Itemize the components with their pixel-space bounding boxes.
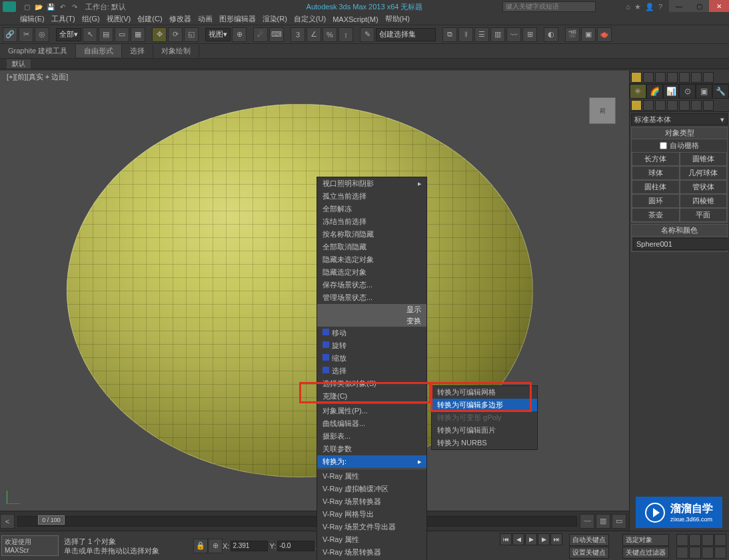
time-slider-handle[interactable]: 0 / 100 <box>38 515 65 525</box>
cm-vray-scene-exporter[interactable]: V-Ray 场景文件导出器 <box>317 521 426 533</box>
viewcube[interactable]: 前 <box>589 97 616 124</box>
cm-hide-unselected[interactable]: 隐藏未选定对象 <box>317 253 426 266</box>
pivot-center-icon[interactable]: ⊕ <box>232 27 247 42</box>
coord-x-input[interactable] <box>231 541 268 551</box>
object-name-input[interactable] <box>633 238 729 250</box>
cm-vray-properties2[interactable]: V-Ray 属性 <box>317 533 426 546</box>
viewport-label[interactable]: [+][前][真实 + 边面] <box>7 72 68 82</box>
sm-editable-mesh[interactable]: 转换为可编辑网格 <box>432 386 537 399</box>
vp-icon-7[interactable] <box>703 72 714 83</box>
setkey-button[interactable]: 设置关键点 <box>569 547 609 559</box>
graphite-toggle-icon[interactable]: ▥ <box>490 27 505 42</box>
timeline-curve-icon[interactable]: 〰 <box>580 514 594 529</box>
zoom-extents-icon[interactable] <box>676 547 688 559</box>
menu-animation[interactable]: 动画 <box>198 14 213 24</box>
lock-selection-icon[interactable]: 🔒 <box>193 539 208 553</box>
space-warps-cat-icon[interactable] <box>691 100 702 111</box>
sm-nurbs[interactable]: 转换为 NURBS <box>432 437 537 449</box>
play-icon[interactable]: ▶ <box>525 533 537 545</box>
geometry-subcategory-dropdown[interactable]: 标准基本体▾ <box>631 113 728 125</box>
app-logo-icon[interactable] <box>3 1 16 12</box>
sm-editable-poly[interactable]: 转换为可编辑多边形 <box>432 399 537 411</box>
star-icon[interactable]: ★ <box>634 3 641 11</box>
cm-unfreeze-all[interactable]: 全部解冻 <box>317 203 426 215</box>
layer-manager-icon[interactable]: ☰ <box>474 27 489 42</box>
default-tab[interactable]: 默认 <box>7 59 31 69</box>
cm-curve-editor[interactable]: 曲线编辑器... <box>317 417 426 430</box>
select-move-icon[interactable]: ✥ <box>152 27 167 42</box>
select-by-name-icon[interactable]: ▤ <box>99 27 113 42</box>
prev-frame-icon[interactable]: ◀ <box>512 533 524 545</box>
window-crossing-icon[interactable]: ▦ <box>131 27 145 42</box>
close-button[interactable]: ✕ <box>709 0 729 12</box>
create-tab-icon[interactable]: ✳ <box>630 84 646 99</box>
cm-dope-sheet[interactable]: 摄影表... <box>317 430 426 443</box>
display-tab-icon[interactable]: ▣ <box>696 84 712 99</box>
cm-vray-mesh-export[interactable]: V-Ray 网格导出 <box>317 508 426 521</box>
tube-button[interactable]: 管状体 <box>680 180 728 194</box>
pan-icon[interactable] <box>676 534 688 546</box>
spinner-snap-icon[interactable]: ↕ <box>339 27 353 42</box>
object-type-title[interactable]: 对象类型 <box>632 127 727 139</box>
vp-icon-5[interactable] <box>679 72 690 83</box>
cm-unhide-all[interactable]: 全部取消隐藏 <box>317 241 426 253</box>
cm-object-properties[interactable]: 对象属性(P)... <box>317 405 426 417</box>
menu-tools[interactable]: 工具(T) <box>51 14 75 24</box>
manipulate-icon[interactable]: ☄ <box>253 27 268 42</box>
torus-button[interactable]: 圆环 <box>632 194 680 208</box>
menu-maxscript[interactable]: MAXScript(M) <box>333 15 378 23</box>
menu-help[interactable]: 帮助(H) <box>385 14 410 24</box>
edit-selection-set-icon[interactable]: ✎ <box>360 27 374 42</box>
rendered-frame-icon[interactable]: ▣ <box>581 27 596 42</box>
box-button[interactable]: 长方体 <box>632 152 680 166</box>
render-setup-icon[interactable]: 🎬 <box>565 27 580 42</box>
maximize-button[interactable]: ▢ <box>689 0 709 12</box>
cylinder-button[interactable]: 圆柱体 <box>632 180 680 194</box>
abs-rel-icon[interactable]: ⊕ <box>208 539 223 553</box>
save-icon[interactable]: 💾 <box>45 1 56 12</box>
teapot-button[interactable]: 茶壶 <box>632 208 680 222</box>
help-icon[interactable]: ? <box>658 3 662 11</box>
select-region-icon[interactable]: ▭ <box>115 27 129 42</box>
menu-customize[interactable]: 自定义(U) <box>294 14 326 24</box>
cm-move[interactable]: 移动 <box>317 327 426 339</box>
menu-graph-editors[interactable]: 图形编辑器 <box>219 14 256 24</box>
cm-wire-parameters[interactable]: 关联参数 <box>317 443 426 455</box>
geometry-cat-icon[interactable] <box>631 100 642 111</box>
goto-end-icon[interactable]: ⏭ <box>550 533 562 545</box>
keyboard-shortcut-icon[interactable]: ⌨ <box>269 27 284 42</box>
modify-tab-icon[interactable]: 🌈 <box>646 84 663 99</box>
key-selected-dropdown[interactable]: 选定对象 <box>622 534 669 546</box>
cone-button[interactable]: 圆锥体 <box>680 152 728 166</box>
infocenter-icon[interactable]: ⌂ <box>626 3 630 11</box>
bind-icon[interactable]: ◎ <box>35 27 49 42</box>
autokey-button[interactable]: 自动关键点 <box>569 534 609 546</box>
undo-icon[interactable]: ↶ <box>57 1 68 12</box>
menu-views[interactable]: 视图(V) <box>107 14 131 24</box>
key-filters-button[interactable]: 关键点过滤器 <box>622 547 669 559</box>
sphere-button[interactable]: 球体 <box>632 166 680 180</box>
percent-snap-icon[interactable]: % <box>323 27 337 42</box>
menu-edit[interactable]: 编辑(E) <box>20 14 45 24</box>
timeline-tag-icon[interactable]: ▭ <box>612 514 626 529</box>
sun-icon[interactable] <box>631 72 642 83</box>
hierarchy-tab-icon[interactable]: 📊 <box>663 84 680 99</box>
auto-grid-checkbox[interactable]: 自动栅格 <box>632 139 727 152</box>
cm-rotate[interactable]: 旋转 <box>317 339 426 352</box>
cm-save-scene-state[interactable]: 保存场景状态... <box>317 279 426 291</box>
maximize-viewport-icon[interactable] <box>714 547 726 559</box>
maxscript-mini-listener[interactable]: 欢迎使用 MAXScr <box>0 534 60 557</box>
zoom-all-icon[interactable] <box>702 534 714 546</box>
ribbon-tab-freeform[interactable]: 自由形式 <box>76 45 122 57</box>
render-production-icon[interactable]: 🫖 <box>597 27 612 42</box>
cm-convert-to[interactable]: 转换为: <box>317 455 426 468</box>
cm-clone[interactable]: 克隆(C) <box>317 390 426 403</box>
cm-select-similar[interactable]: 选择类似对象(S) <box>317 377 426 390</box>
lights-cat-icon[interactable] <box>655 100 666 111</box>
snap-toggle-icon[interactable]: 3 <box>291 27 305 42</box>
cm-vray-scene-converter[interactable]: V-Ray 场景转换器 <box>317 495 426 508</box>
cameras-cat-icon[interactable] <box>667 100 678 111</box>
workspace-dropdown[interactable]: 工作台: 默认 <box>85 2 126 12</box>
shapes-cat-icon[interactable] <box>643 100 654 111</box>
sm-deformable-gpoly[interactable]: 转换为可变形 gPoly <box>432 411 537 424</box>
